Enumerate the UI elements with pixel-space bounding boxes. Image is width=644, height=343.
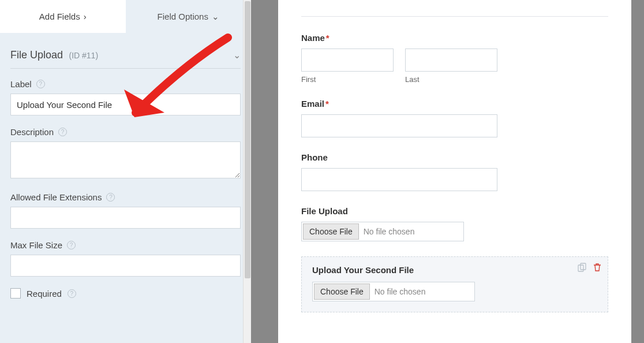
first-name-input[interactable] [301, 49, 394, 72]
tab-add-fields-label: Add Fields [39, 12, 80, 21]
help-icon[interactable]: ? [36, 80, 45, 88]
file-input-wrapper[interactable]: Choose File No file chosen [312, 282, 475, 301]
required-mark: * [325, 99, 329, 109]
file-input-wrapper[interactable]: Choose File No file chosen [301, 222, 464, 241]
scrollbar[interactable] [243, 0, 251, 343]
label-caption: Label [10, 79, 32, 89]
phone-input[interactable] [301, 168, 497, 191]
maxsize-caption: Max File Size [10, 240, 62, 250]
field-email: Email * [301, 99, 608, 137]
chevron-down-icon: ⌄ [212, 12, 219, 22]
section-title: File Upload [10, 49, 63, 61]
tab-add-fields[interactable]: Add Fields › [0, 0, 126, 33]
required-mark: * [326, 33, 330, 43]
choose-file-label: Choose File [309, 227, 353, 236]
no-file-text: No file chosen [375, 287, 426, 296]
help-icon[interactable]: ? [58, 128, 67, 136]
email-input[interactable] [301, 114, 497, 137]
extensions-caption: Allowed File Extensions [10, 192, 102, 202]
chevron-right-icon: › [84, 12, 87, 21]
panel-body: File Upload (ID #11) ⌄ Label ? Descripti… [0, 33, 251, 343]
help-icon[interactable]: ? [106, 193, 115, 202]
first-name-sublabel: First [301, 75, 394, 84]
email-label: Email [301, 99, 324, 109]
help-icon[interactable]: ? [67, 241, 76, 249]
panel-tabs: Add Fields › Field Options ⌄ [0, 0, 251, 33]
name-label: Name [301, 33, 325, 43]
tab-field-options-label: Field Options [158, 12, 208, 21]
no-file-text: No file chosen [364, 227, 415, 236]
divider [301, 16, 608, 17]
group-label: Label ? [10, 79, 241, 115]
last-name-input[interactable] [405, 49, 497, 72]
scrollbar-thumb[interactable] [245, 1, 250, 278]
section-header[interactable]: File Upload (ID #11) ⌄ [10, 43, 241, 69]
required-checkbox[interactable] [10, 288, 21, 299]
phone-label: Phone [301, 152, 328, 162]
second-upload-label: Upload Your Second File [312, 265, 414, 275]
section-id: (ID #11) [69, 51, 99, 60]
help-icon[interactable]: ? [68, 289, 76, 298]
field-file-upload: File Upload Choose File No file chosen [301, 206, 608, 241]
trash-icon[interactable] [593, 263, 602, 272]
required-caption: Required [27, 289, 62, 299]
field-upload-second-file[interactable]: Upload Your Second File Choose File No f… [301, 256, 608, 312]
group-description: Description ? [10, 127, 241, 181]
field-name: Name * First Last [301, 33, 608, 84]
file-upload-label: File Upload [301, 206, 348, 216]
choose-file-label: Choose File [320, 287, 364, 296]
field-phone: Phone [301, 152, 608, 191]
form-preview: Name * First Last Email * Phone File [278, 0, 631, 343]
choose-file-button[interactable]: Choose File [303, 223, 359, 240]
tab-field-options[interactable]: Field Options ⌄ [126, 0, 252, 33]
group-required: Required ? [10, 288, 241, 299]
label-input[interactable] [10, 94, 241, 115]
description-caption: Description [10, 127, 54, 137]
group-maxsize: Max File Size ? [10, 240, 241, 277]
chevron-down-icon: ⌄ [233, 50, 241, 61]
description-textarea[interactable] [10, 141, 241, 178]
extensions-input[interactable] [10, 207, 241, 229]
choose-file-button[interactable]: Choose File [314, 284, 370, 300]
last-name-sublabel: Last [405, 75, 497, 84]
maxsize-input[interactable] [10, 255, 241, 277]
group-extensions: Allowed File Extensions ? [10, 192, 241, 229]
duplicate-icon[interactable] [578, 263, 587, 272]
left-panel: Add Fields › Field Options ⌄ File Upload… [0, 0, 251, 343]
